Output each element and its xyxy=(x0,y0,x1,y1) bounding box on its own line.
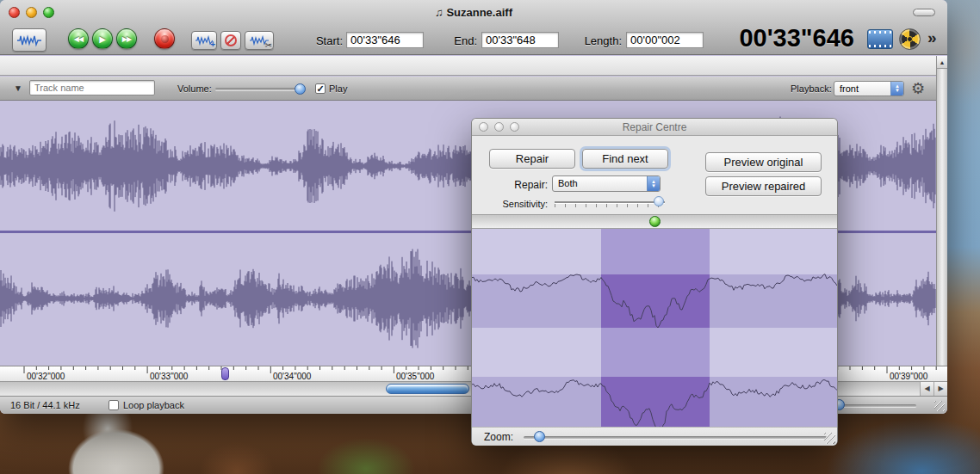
music-note-icon: ♫ xyxy=(435,6,443,19)
vertical-scrollbar[interactable]: ▲ xyxy=(936,56,947,366)
track-name-input[interactable] xyxy=(29,80,155,95)
track-header: ▼ Volume: ✓ Play Playback: front ▲▼ ⚙ xyxy=(0,77,947,101)
popup-arrows-icon: ▲▼ xyxy=(647,176,660,191)
waveform-tool-button[interactable] xyxy=(12,28,47,52)
scroll-up-icon: ▲ xyxy=(940,59,946,65)
popup-arrows-icon: ▲▼ xyxy=(890,82,903,95)
repair-mode-popup[interactable]: Both ▲▼ xyxy=(552,175,661,192)
dialog-close-button[interactable] xyxy=(479,122,488,132)
sensitivity-slider[interactable] xyxy=(555,196,668,210)
repair-mode-value: Both xyxy=(553,176,647,191)
start-field[interactable] xyxy=(346,32,424,48)
toolbar-toggle-button[interactable] xyxy=(913,9,935,16)
audio-format-text: 16 Bit / 44.1 kHz xyxy=(10,400,80,410)
horizontal-scroll-thumb[interactable] xyxy=(386,384,469,394)
dialog-zoom-button[interactable] xyxy=(510,122,519,132)
dialog-zoom-slider-track[interactable] xyxy=(524,436,827,439)
sensitivity-slider-ticks xyxy=(555,204,665,207)
dialog-minimize-button[interactable] xyxy=(494,122,504,132)
position-indicator[interactable] xyxy=(649,216,661,227)
length-label: Length: xyxy=(577,34,622,47)
timeline-label: 00'35"000 xyxy=(396,372,434,381)
volume-slider-track[interactable] xyxy=(215,88,301,90)
playback-popup[interactable]: front ▲▼ xyxy=(834,81,904,96)
waveform-icon xyxy=(17,34,41,47)
preview-repaired-button[interactable]: Preview repaired xyxy=(705,176,822,196)
scissors-icon: ✂ xyxy=(265,40,272,50)
find-next-button[interactable]: Find next xyxy=(582,149,668,169)
burn-icon[interactable] xyxy=(899,28,921,50)
start-label: Start: xyxy=(307,34,343,47)
movie-icon[interactable] xyxy=(867,29,893,49)
timeline-label: 00'39"000 xyxy=(890,372,927,381)
time-display: 00'33"646 xyxy=(735,24,854,52)
trim-selection-button[interactable]: ✂ xyxy=(245,31,274,50)
gear-icon[interactable]: ⚙ xyxy=(911,79,925,98)
dialog-titlebar[interactable]: Repair Centre xyxy=(472,119,837,136)
timeline-label: 00'34"000 xyxy=(273,372,311,381)
dialog-resize-grip[interactable] xyxy=(824,433,835,444)
toolbar-overflow-chevron[interactable]: » xyxy=(927,28,937,47)
sensitivity-label: Sensitivity: xyxy=(472,199,548,209)
sensitivity-slider-track xyxy=(555,201,665,203)
scroll-right-button[interactable]: ▶ xyxy=(933,382,947,396)
record-icon xyxy=(161,35,169,43)
timeline-label: 00'32"000 xyxy=(27,372,65,381)
window-title: ♫ Suzanne.aiff xyxy=(0,6,947,19)
dialog-title: Repair Centre xyxy=(623,121,687,133)
playhead-marker[interactable] xyxy=(221,367,229,380)
repair-button[interactable]: Repair xyxy=(489,149,575,169)
filmstrip-holes xyxy=(869,31,891,34)
length-field[interactable] xyxy=(626,32,704,48)
scroll-right-icon: ▶ xyxy=(938,385,943,392)
overview-strip xyxy=(0,56,947,76)
end-field[interactable] xyxy=(481,32,559,48)
no-entry-icon xyxy=(225,34,237,46)
scroll-up-button[interactable]: ▲ xyxy=(937,56,947,69)
scroll-left-button[interactable]: ◀ xyxy=(920,382,933,396)
play-button[interactable]: ▶ xyxy=(92,28,113,49)
preview-original-button[interactable]: Preview original xyxy=(705,152,822,172)
filmstrip-holes xyxy=(869,45,891,47)
repair-centre-dialog: Repair Centre Repair Find next Preview o… xyxy=(471,118,838,446)
playback-label: Playback: xyxy=(791,83,832,94)
scroll-left-icon: ◀ xyxy=(924,385,929,392)
end-label: End: xyxy=(446,34,477,47)
burn-core-icon xyxy=(907,36,913,42)
play-icon: ▶ xyxy=(99,34,106,44)
dialog-traffic-lights xyxy=(479,122,519,132)
repair-mode-label: Repair: xyxy=(472,179,548,191)
timeline-label: 00'33"000 xyxy=(150,372,188,381)
insert-marker-button[interactable]: + xyxy=(191,31,217,50)
zoom-label: Zoom: xyxy=(484,431,518,443)
window-title-text: Suzanne.aiff xyxy=(446,6,512,19)
rewind-button[interactable]: ◀◀ xyxy=(68,28,89,49)
rewind-icon: ◀◀ xyxy=(74,35,83,43)
fast-forward-button[interactable]: ▶▶ xyxy=(116,28,137,49)
check-icon: ✓ xyxy=(316,83,324,94)
volume-slider-thumb[interactable] xyxy=(295,83,306,95)
dialog-zoom-slider-thumb[interactable] xyxy=(534,431,545,442)
loop-playback-checkbox[interactable] xyxy=(109,400,119,410)
dialog-bottom-bar: Zoom: xyxy=(472,427,837,446)
repair-waveform-view[interactable] xyxy=(472,229,837,427)
record-button[interactable] xyxy=(154,28,175,49)
loop-playback-label: Loop playback xyxy=(123,400,184,410)
window-resize-grip[interactable] xyxy=(934,401,945,411)
position-track[interactable] xyxy=(472,214,837,229)
plus-badge-icon: + xyxy=(210,40,215,49)
repair-waveform xyxy=(472,229,837,427)
disclosure-triangle-icon[interactable]: ▼ xyxy=(14,83,22,93)
fast-forward-icon: ▶▶ xyxy=(122,35,131,43)
volume-label: Volume: xyxy=(177,83,212,94)
play-checkbox[interactable]: ✓ xyxy=(315,83,326,94)
playback-popup-value: front xyxy=(834,82,890,95)
forbid-button[interactable] xyxy=(220,31,241,50)
sensitivity-slider-thumb[interactable] xyxy=(654,196,664,206)
play-label: Play xyxy=(329,83,347,94)
